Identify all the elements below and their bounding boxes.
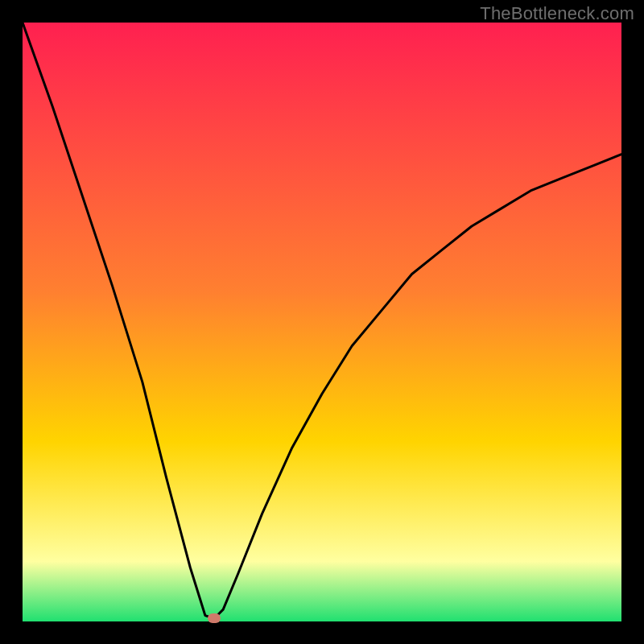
gradient-background — [23, 23, 621, 621]
bottleneck-chart — [23, 23, 621, 621]
chart-frame: TheBottleneck.com — [0, 0, 644, 644]
optimal-point-marker — [208, 613, 221, 623]
watermark-text: TheBottleneck.com — [480, 3, 634, 24]
